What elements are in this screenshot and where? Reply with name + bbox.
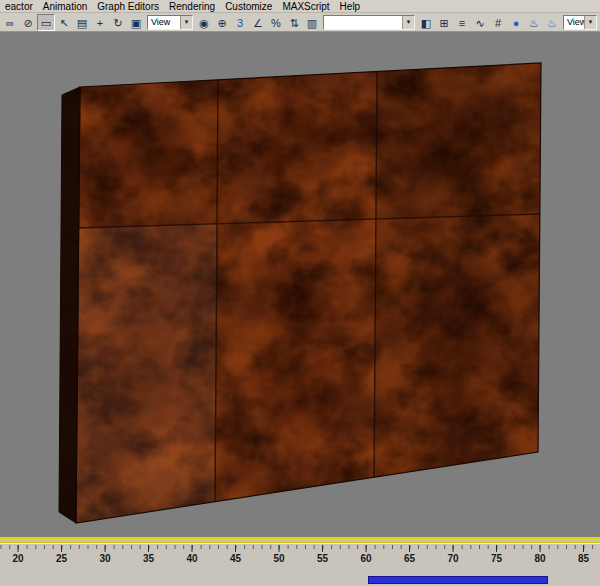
- angle-snap-icon[interactable]: ∠: [249, 14, 267, 31]
- percent-snap-icon[interactable]: %: [267, 14, 285, 31]
- view-flyout-combo-value: View: [564, 16, 584, 29]
- trackbar-ticks: [0, 544, 600, 553]
- render-scene-icon[interactable]: ♨: [525, 14, 543, 31]
- frame-number: 80: [534, 553, 545, 564]
- menu-item-graph-editors[interactable]: Graph Editors: [92, 0, 164, 13]
- spinner-snap-icon[interactable]: ⇅: [285, 14, 303, 31]
- menu-item-maxscript[interactable]: MAXScript: [277, 0, 334, 13]
- select-object-icon[interactable]: ↖: [55, 14, 73, 31]
- frame-number: 65: [404, 553, 415, 564]
- chevron-down-icon[interactable]: ▼: [402, 16, 414, 29]
- menu-item-eactor[interactable]: eactor: [0, 0, 38, 13]
- coordinate-system-combo-value: View: [148, 16, 180, 29]
- frame-number: 70: [447, 553, 458, 564]
- frame-number: 60: [360, 553, 371, 564]
- menu-item-customize[interactable]: Customize: [220, 0, 277, 13]
- edit-named-selections-icon[interactable]: ▥: [303, 14, 321, 31]
- frame-number: 20: [12, 553, 23, 564]
- frame-number: 55: [317, 553, 328, 564]
- select-and-move-icon[interactable]: +: [91, 14, 109, 31]
- select-by-name-icon[interactable]: ▤: [73, 14, 91, 31]
- frame-number: 75: [491, 553, 502, 564]
- named-selection-sets-combo[interactable]: ▼: [323, 15, 415, 30]
- mirror-icon[interactable]: ◧: [417, 14, 435, 31]
- material-editor-icon[interactable]: ●: [507, 14, 525, 31]
- chevron-down-icon[interactable]: ▼: [584, 16, 596, 29]
- trackbar-selection-bar[interactable]: [368, 576, 548, 584]
- menu-item-animation[interactable]: Animation: [38, 0, 92, 13]
- schematic-view-icon[interactable]: #: [489, 14, 507, 31]
- selection-region-icon[interactable]: ▭: [37, 14, 55, 31]
- viewport-canvas[interactable]: [0, 32, 600, 539]
- frame-number: 45: [230, 553, 241, 564]
- layer-manager-icon[interactable]: ≡: [453, 14, 471, 31]
- coordinate-system-combo[interactable]: View▼: [147, 15, 193, 30]
- menu-item-help[interactable]: Help: [335, 0, 366, 13]
- named-selection-sets-combo-value: [324, 16, 402, 29]
- pivot-center-icon[interactable]: ◉: [195, 14, 213, 31]
- menubar: eactorAnimationGraph EditorsRenderingCus…: [0, 0, 600, 13]
- view-flyout-combo[interactable]: View▼: [563, 15, 597, 30]
- curve-editor-icon[interactable]: ∿: [471, 14, 489, 31]
- menu-item-rendering[interactable]: Rendering: [164, 0, 220, 13]
- frame-number: 40: [186, 553, 197, 564]
- frame-number: 35: [143, 553, 154, 564]
- frame-number: 85: [578, 553, 589, 564]
- max-application-window: eactorAnimationGraph EditorsRenderingCus…: [0, 0, 600, 586]
- select-and-manipulate-icon[interactable]: ⊕: [213, 14, 231, 31]
- wall-shading-bottom-left: [76, 224, 217, 523]
- unlink-selection-icon[interactable]: ⊘: [19, 14, 37, 31]
- snap-toggle-3d-icon[interactable]: 3: [231, 14, 249, 31]
- select-and-scale-icon[interactable]: ▣: [127, 14, 145, 31]
- perspective-viewport[interactable]: [0, 32, 600, 539]
- frame-number: 30: [99, 553, 110, 564]
- frame-number: 25: [56, 553, 67, 564]
- select-and-link-icon[interactable]: ∞: [1, 14, 19, 31]
- trackbar[interactable]: 2025303540455055606570758085: [0, 543, 600, 586]
- chevron-down-icon[interactable]: ▼: [180, 16, 192, 29]
- select-and-rotate-icon[interactable]: ↻: [109, 14, 127, 31]
- quick-render-icon[interactable]: ♨: [543, 14, 561, 31]
- wall-shading-top-row: [79, 63, 541, 228]
- main-toolbar: ∞⊘▭↖▤+↻▣View▼◉⊕3∠%⇅▥▼◧⊞≡∿#●♨♨View▼: [0, 13, 600, 32]
- frame-number: 50: [273, 553, 284, 564]
- align-icon[interactable]: ⊞: [435, 14, 453, 31]
